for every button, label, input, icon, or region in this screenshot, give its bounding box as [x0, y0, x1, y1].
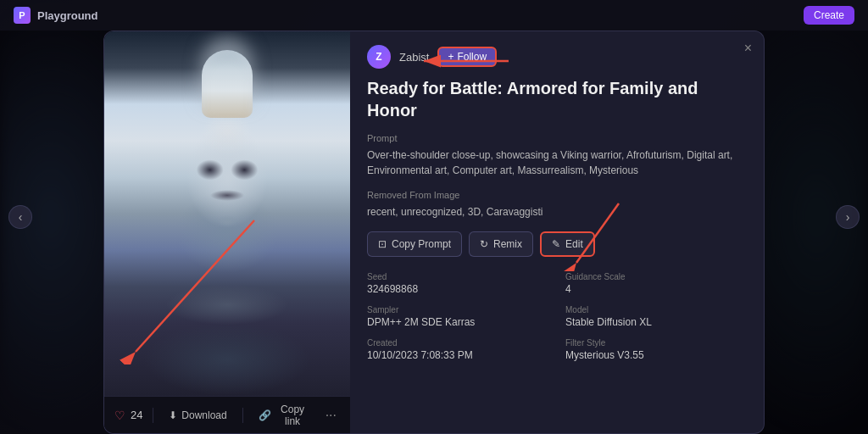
model-item: Model Stable Diffusion XL [565, 305, 747, 328]
edit-icon: ✎ [552, 238, 560, 250]
app-name: Playground [37, 9, 98, 22]
edit-button[interactable]: ✎ Edit [540, 231, 595, 257]
prev-arrow[interactable]: ‹ [8, 205, 32, 229]
created-value: 10/10/2023 7:08:33 PM [367, 349, 548, 361]
remix-button[interactable]: ↻ Remix [469, 231, 533, 257]
download-label: Download [181, 409, 226, 421]
username: Zabist [399, 51, 429, 64]
seed-value: 324698868 [367, 283, 548, 295]
image-container [104, 31, 350, 396]
filter-item: Filter Style Mysterious V3.55 [565, 338, 747, 361]
user-row: Z Zabist + Follow [367, 45, 747, 69]
created-label: Created [367, 338, 548, 348]
image-overlay [104, 31, 350, 396]
copy-link-button[interactable]: 🔗 Copy link [253, 400, 315, 431]
copy-icon: ⊡ [378, 238, 387, 250]
guidance-item: Guidance Scale 4 [565, 272, 747, 295]
top-bar: P Playground Create [0, 0, 868, 31]
filter-label: Filter Style [565, 338, 747, 348]
chevron-left-icon: ‹ [19, 210, 23, 224]
link-icon: 🔗 [259, 409, 271, 421]
modal-body: ♡ 24 ⬇ Download 🔗 Copy link ··· [104, 31, 764, 433]
ellipsis-icon: ··· [326, 408, 337, 422]
copy-prompt-button[interactable]: ⊡ Copy Prompt [367, 231, 462, 257]
logo-icon: P [14, 7, 31, 24]
user-avatar: Z [367, 45, 391, 69]
chevron-right-icon: › [846, 210, 850, 224]
guidance-value: 4 [565, 283, 747, 295]
top-bar-right: Create [804, 6, 854, 25]
filter-value: Mysterious V3.55 [565, 349, 747, 361]
guidance-label: Guidance Scale [565, 272, 747, 281]
close-button[interactable]: × [744, 42, 752, 55]
meta-grid: Seed 324698868 Guidance Scale 4 Sampler … [367, 272, 747, 361]
image-detail-modal: × ♡ 24 ⬇ Download [103, 31, 765, 434]
viking-warrior-image [104, 31, 350, 396]
copy-link-label: Copy link [275, 403, 310, 427]
sampler-value: DPM++ 2M SDE Karras [367, 316, 548, 328]
divider [242, 408, 243, 423]
follow-plus-icon: + [448, 51, 453, 63]
prompt-label: Prompt [367, 133, 747, 143]
action-buttons-row: ⊡ Copy Prompt ↻ Remix ✎ Edit [367, 231, 747, 257]
removed-text: recent, unrecognized, 3D, Caravaggisti [367, 204, 747, 220]
copy-prompt-label: Copy Prompt [392, 238, 451, 250]
image-panel: ♡ 24 ⬇ Download 🔗 Copy link ··· [104, 31, 350, 433]
create-button[interactable]: Create [804, 6, 854, 25]
download-icon: ⬇ [169, 409, 177, 421]
seed-label: Seed [367, 272, 548, 281]
divider [153, 408, 153, 423]
logo-area: P Playground [14, 7, 98, 24]
like-section[interactable]: ♡ 24 [114, 409, 142, 422]
removed-label: Removed From Image [367, 190, 747, 200]
remix-label: Remix [493, 238, 522, 250]
next-arrow[interactable]: › [836, 205, 860, 229]
more-options-button[interactable]: ··· [322, 404, 340, 426]
sampler-label: Sampler [367, 305, 548, 314]
like-count: 24 [131, 409, 142, 421]
sampler-item: Sampler DPM++ 2M SDE Karras [367, 305, 548, 328]
image-title: Ready for Battle: Armored for Family and… [367, 77, 747, 121]
model-label: Model [565, 305, 747, 314]
seed-item: Seed 324698868 [367, 272, 548, 295]
follow-button[interactable]: + Follow [437, 47, 497, 67]
info-panel: Z Zabist + Follow Ready for Battle: Armo… [350, 31, 764, 433]
follow-label: Follow [457, 51, 487, 63]
model-value: Stable Diffusion XL [565, 316, 747, 328]
prompt-text: Over-the-shoulder close-up, showcasing a… [367, 147, 747, 178]
download-button[interactable]: ⬇ Download [164, 406, 231, 425]
heart-icon: ♡ [114, 409, 125, 422]
created-item: Created 10/10/2023 7:08:33 PM [367, 338, 548, 361]
edit-label: Edit [565, 238, 583, 250]
image-bottom-bar: ♡ 24 ⬇ Download 🔗 Copy link ··· [104, 396, 350, 433]
remix-icon: ↻ [480, 238, 488, 250]
